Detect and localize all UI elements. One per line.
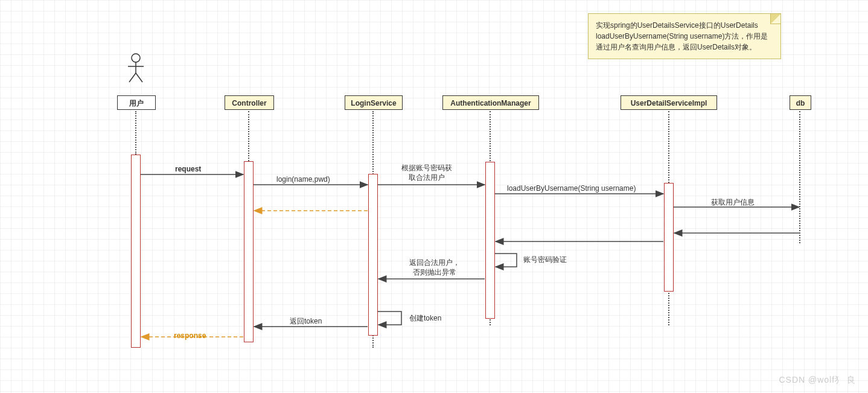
lifeline-line (135, 111, 136, 155)
svg-line-3 (129, 73, 136, 82)
lifeline-controller: Controller (225, 95, 274, 110)
lifeline-db: db (790, 95, 811, 110)
lifeline-line (799, 111, 800, 243)
msg-verify: 账号密码验证 (523, 255, 567, 265)
activation-userdetail (664, 183, 674, 292)
msg-get-userinfo: 获取用户信息 (711, 197, 755, 208)
msg-get-legal: 根据账号密码获 取合法用户 (381, 163, 472, 182)
msg-login: login(name,pwd) (276, 175, 330, 184)
svg-point-0 (132, 54, 140, 62)
msg-return-token: 返回token (290, 316, 322, 327)
lifeline-authmanager: AuthenticationManager (442, 95, 539, 110)
uml-note: 实现spring的UserDetailsService接口的UserDetail… (588, 13, 781, 59)
svg-line-4 (136, 73, 142, 82)
lifeline-userdetail: UserDetailServiceImpl (621, 95, 717, 110)
msg-request: request (175, 165, 201, 173)
activation-authmanager (485, 162, 495, 319)
lifeline-loginservice: LoginService (345, 95, 403, 110)
lifeline-line (248, 111, 249, 161)
msg-response: response (174, 331, 206, 340)
msg-return-legal: 返回合法用户， 否则抛出异常 (392, 258, 477, 277)
activation-user (131, 155, 141, 348)
msg-load-user: loadUserByUsername(String username) (507, 184, 636, 193)
activation-loginservice (368, 174, 378, 336)
watermark: CSDN @wolf犭 良 (779, 375, 856, 386)
lifeline-user: 用户 (117, 95, 156, 110)
note-text: 实现spring的UserDetailsService接口的UserDetail… (596, 21, 768, 51)
note-fold-icon (770, 14, 780, 24)
actor-icon (127, 53, 145, 85)
activation-controller (244, 161, 254, 342)
msg-create-token: 创建token (409, 313, 441, 324)
